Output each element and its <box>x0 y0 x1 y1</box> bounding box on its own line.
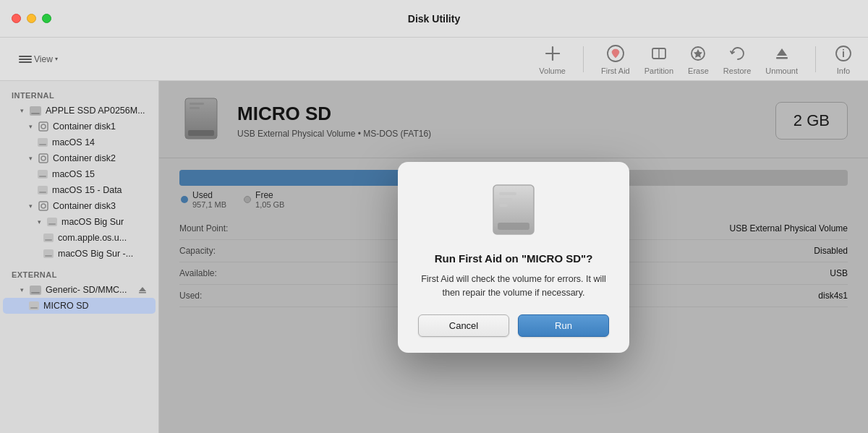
svg-rect-36 <box>30 307 38 309</box>
sidebar-item-label: MICRO SD <box>43 301 89 311</box>
svg-rect-8 <box>776 57 788 59</box>
first-aid-icon <box>605 43 626 64</box>
chevron-icon: ▾ <box>20 107 24 114</box>
volume-button[interactable]: Volume <box>539 43 566 75</box>
minimize-button[interactable] <box>27 14 36 23</box>
erase-button[interactable]: Erase <box>688 43 709 75</box>
sidebar-item-apple-ssd[interactable]: ▾ APPLE SSD AP0256M... <box>3 103 156 119</box>
view-label: View <box>34 54 53 64</box>
sidebar-item-macos-big-sur-data[interactable]: macOS Big Sur -... <box>3 246 156 262</box>
disk-icon <box>30 106 41 116</box>
volume-icon <box>542 43 563 64</box>
erase-icon <box>688 43 708 64</box>
first-aid-button[interactable]: First Aid <box>601 43 630 75</box>
sidebar-item-macos-15-data[interactable]: macOS 15 - Data <box>3 182 156 198</box>
traffic-lights <box>12 14 51 23</box>
svg-rect-34 <box>139 292 146 293</box>
svg-rect-29 <box>43 249 54 258</box>
sidebar-item-label: Container disk2 <box>53 153 116 163</box>
volume-label: Volume <box>539 67 566 75</box>
volume-icon <box>38 138 48 147</box>
svg-text:i: i <box>842 48 845 59</box>
modal-buttons: Cancel Run <box>418 314 609 337</box>
sidebar-item-label: Generic- SD/MMC... <box>46 285 127 295</box>
sidebar-item-macos-14[interactable]: macOS 14 <box>3 134 156 150</box>
restore-label: Restore <box>723 67 752 75</box>
titlebar-center: Disk Utility <box>408 13 460 25</box>
sidebar-item-label: macOS Big Sur <box>61 217 124 227</box>
sidebar-item-label: macOS 15 <box>52 169 95 179</box>
modal-disk-icon <box>488 182 540 241</box>
toolbar-separator-2 <box>815 46 816 72</box>
sidebar: Internal ▾ APPLE SSD AP0256M... ▾ Contai… <box>0 81 159 433</box>
toolbar-buttons: Volume First Aid Partition <box>539 43 854 75</box>
maximize-button[interactable] <box>42 14 51 23</box>
chevron-icon: ▾ <box>38 218 41 226</box>
internal-section-title: Internal <box>0 88 158 103</box>
svg-rect-11 <box>30 106 41 116</box>
svg-rect-32 <box>31 292 40 293</box>
svg-rect-20 <box>39 176 46 177</box>
chevron-icon: ▾ <box>29 155 33 162</box>
run-button[interactable]: Run <box>518 314 609 337</box>
container-icon <box>38 153 48 163</box>
info-label: Info <box>837 67 850 75</box>
svg-rect-12 <box>31 113 40 114</box>
view-icon <box>19 54 32 64</box>
external-section-title: External <box>0 267 158 282</box>
sidebar-item-macos-big-sur[interactable]: ▾ macOS Big Sur <box>3 214 156 230</box>
toolbar-left: View ▾ <box>14 51 62 67</box>
sidebar-item-label: macOS 14 <box>52 137 95 147</box>
sidebar-item-macos-15[interactable]: macOS 15 <box>3 166 156 182</box>
svg-rect-23 <box>39 202 48 210</box>
sidebar-item-com-apple[interactable]: com.apple.os.u... <box>3 230 156 246</box>
partition-icon <box>649 43 669 64</box>
main: Internal ▾ APPLE SSD AP0256M... ▾ Contai… <box>0 81 868 433</box>
content-area: MICRO SD USB External Physical Volume • … <box>159 81 868 433</box>
modal-overlay: Run First Aid on "MICRO SD"? First Aid w… <box>159 81 868 433</box>
modal-body: First Aid will check the volume for erro… <box>418 273 609 300</box>
container-icon <box>38 121 48 132</box>
svg-rect-13 <box>39 122 48 131</box>
sidebar-item-container-disk1[interactable]: ▾ Container disk1 <box>3 119 156 134</box>
first-aid-label: First Aid <box>601 67 630 75</box>
restore-icon <box>727 43 747 64</box>
svg-point-24 <box>41 204 46 208</box>
volume-icon <box>29 301 39 310</box>
svg-rect-17 <box>39 154 48 163</box>
sidebar-item-label: APPLE SSD AP0256M... <box>46 106 145 116</box>
partition-label: Partition <box>644 67 673 75</box>
eject-icon <box>138 286 147 294</box>
sidebar-item-micro-sd[interactable]: MICRO SD <box>3 298 156 314</box>
svg-rect-16 <box>39 144 46 145</box>
close-button[interactable] <box>12 14 21 23</box>
partition-button[interactable]: Partition <box>644 43 673 75</box>
view-button[interactable]: View ▾ <box>14 51 62 67</box>
unmount-button[interactable]: Unmount <box>765 43 798 75</box>
svg-rect-19 <box>38 170 48 179</box>
svg-rect-42 <box>498 223 529 230</box>
svg-rect-35 <box>29 301 39 310</box>
svg-rect-22 <box>39 192 46 193</box>
svg-rect-30 <box>45 255 52 257</box>
sidebar-item-generic-sd[interactable]: ▾ Generic- SD/MMC... <box>3 282 156 298</box>
svg-point-18 <box>41 156 46 160</box>
sidebar-item-container-disk2[interactable]: ▾ Container disk2 <box>3 150 156 166</box>
volume-icon <box>43 233 54 242</box>
svg-marker-7 <box>777 48 787 56</box>
toolbar-separator <box>583 46 584 72</box>
unmount-label: Unmount <box>765 67 798 75</box>
cancel-button[interactable]: Cancel <box>418 314 509 337</box>
volume-icon <box>47 218 57 226</box>
volume-icon <box>43 249 54 258</box>
restore-button[interactable]: Restore <box>723 43 752 75</box>
svg-rect-28 <box>45 239 52 241</box>
svg-rect-43 <box>499 192 516 195</box>
container-icon <box>38 201 48 211</box>
sidebar-item-label: macOS 15 - Data <box>52 185 122 195</box>
toolbar: View ▾ Volume First <box>0 38 868 81</box>
erase-label: Erase <box>688 67 709 75</box>
info-button[interactable]: i Info <box>833 43 854 75</box>
chevron-icon: ▾ <box>20 286 24 293</box>
sidebar-item-container-disk3[interactable]: ▾ Container disk3 <box>3 198 156 214</box>
